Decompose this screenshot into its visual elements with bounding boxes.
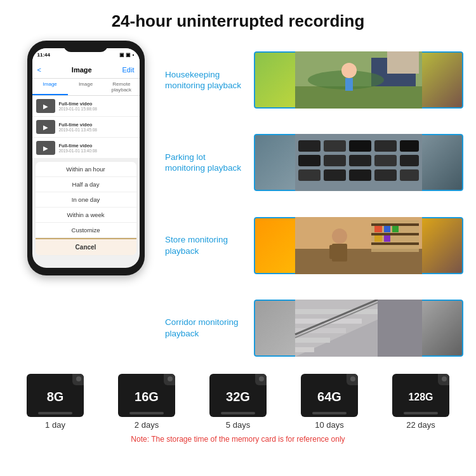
monitoring-label-1: Housekeeping monitoring playback [165,69,248,91]
video-date-3: 2019-01-01 13:40:08 [59,149,97,153]
memory-card-8g: 8G [27,374,84,417]
phone-container: 11:44 ▣ ▣ ▪ < Image Edit Image Image Rem… [13,37,159,367]
svg-rect-47 [378,300,422,357]
svg-rect-11 [349,140,371,152]
svg-rect-32 [392,226,399,232]
svg-rect-38 [341,245,347,259]
monitoring-photo-2 [254,134,463,191]
card-dot-4 [350,376,355,381]
svg-rect-13 [298,155,321,166]
svg-point-35 [332,228,347,244]
memory-card-item-4: 64G 10 days [301,374,358,430]
card-size-2: 16G [135,390,159,404]
svg-rect-14 [324,155,346,166]
video-item-3: ▶ Full-time video 2019-01-01 13:40:08 [32,138,140,159]
memory-card-item-3: 32G 5 days [209,374,267,430]
monitoring-photo-1 [254,51,463,109]
dropdown-item-1[interactable]: Within an hour [36,162,136,177]
svg-rect-42 [295,347,314,352]
card-size-5: 128G [408,392,433,403]
card-connector-4 [312,412,347,414]
svg-rect-33 [374,235,382,242]
monitoring-img-2 [254,134,463,191]
phone-tabs: Image Image Remote playback [32,79,140,96]
storage-note: Note: The storage time of the memory car… [10,435,466,444]
phone-mockup: 11:44 ▣ ▣ ▪ < Image Edit Image Image Rem… [27,41,145,275]
card-connector-2 [129,412,164,414]
video-info-3: Full-time video 2019-01-01 13:40:08 [59,143,97,153]
card-size-4: 64G [317,390,341,404]
memory-card-32g: 32G [209,374,267,417]
phone-tab-image[interactable]: Image [32,79,68,95]
card-connector-1 [38,412,72,414]
dropdown-item-3[interactable]: In one day [36,192,136,208]
svg-rect-21 [400,140,419,152]
card-dot-5 [442,376,447,381]
monitoring-photo-3 [254,217,463,274]
video-title-3: Full-time video [59,143,97,149]
video-thumb-1: ▶ [36,99,55,113]
dropdown-item-4[interactable]: Within a week [36,208,136,223]
monitoring-label-3: Store monitoring playback [165,234,248,256]
card-days-3: 5 days [226,420,250,430]
svg-rect-9 [298,140,321,152]
svg-rect-10 [324,140,346,152]
svg-rect-15 [349,155,371,166]
video-title-2: Full-time video [59,122,97,128]
card-dot-1 [76,376,81,381]
svg-rect-27 [371,223,419,226]
card-days-2: 2 days [135,420,159,430]
card-connector-3 [221,412,255,414]
svg-rect-18 [324,169,346,181]
dropdown-item-5[interactable]: Customize [36,223,136,238]
svg-rect-6 [387,51,419,74]
video-info-2: Full-time video 2019-01-01 13:45:08 [59,122,97,132]
video-info-1: Full-time video 2019-01-01 15:88:08 [59,101,97,111]
monitoring-row-4: Corridor monitoring playback [165,289,463,367]
video-item-2: ▶ Full-time video 2019-01-01 13:45:08 [32,117,140,138]
right-panel: Housekeeping monitoring playback [165,37,463,367]
svg-rect-16 [374,155,397,166]
svg-rect-23 [400,169,419,181]
phone-back-button[interactable]: < [37,66,41,74]
svg-rect-22 [400,155,419,166]
dropdown-cancel-button[interactable]: Cancel [36,238,136,255]
monitoring-label-4: Corridor monitoring playback [165,317,248,339]
memory-card-item-5: 128G 22 days [392,374,449,430]
svg-rect-17 [298,169,321,181]
card-dot-2 [168,376,173,381]
svg-rect-34 [384,235,390,242]
svg-rect-30 [374,226,382,232]
card-size-1: 8G [47,390,64,404]
svg-rect-37 [329,245,336,259]
video-title-1: Full-time video [59,101,97,107]
monitoring-img-4 [254,300,463,357]
memory-cards-row: 8G 1 day 16G 2 days 32G 5 days [10,374,466,430]
card-days-5: 22 days [406,420,435,430]
page-header: 24-hour uninterrupted recording [0,0,476,37]
svg-rect-29 [371,242,419,245]
svg-rect-46 [295,309,378,314]
monitoring-img-3 [254,217,463,274]
card-dot-3 [259,376,264,381]
phone-tab-image2[interactable]: Image [68,79,103,95]
phone-tab-remote[interactable]: Remote playback [103,79,139,95]
phone-screen: 11:44 ▣ ▣ ▪ < Image Edit Image Image Rem… [32,48,140,268]
memory-card-item-1: 8G 1 day [27,374,84,430]
memory-card-128g: 128G [392,374,449,417]
svg-point-4 [341,63,357,78]
phone-time: 11:44 [37,52,50,58]
monitoring-img-1 [254,51,463,109]
monitoring-row-3: Store monitoring playback [165,206,463,285]
phone-edit-button[interactable]: Edit [122,66,135,74]
memory-card-64g: 64G [301,374,358,417]
dropdown-item-2[interactable]: Half a day [36,177,136,192]
monitoring-row-1: Housekeeping monitoring playback [165,41,463,119]
monitoring-photo-4 [254,300,463,357]
card-size-3: 32G [226,390,250,404]
monitoring-row-2: Parking lot monitoring playback [165,123,463,202]
video-thumb-3: ▶ [36,141,55,155]
svg-rect-20 [374,169,397,181]
main-content: 11:44 ▣ ▣ ▪ < Image Edit Image Image Rem… [0,37,476,367]
memory-card-item-2: 16G 2 days [118,374,175,430]
